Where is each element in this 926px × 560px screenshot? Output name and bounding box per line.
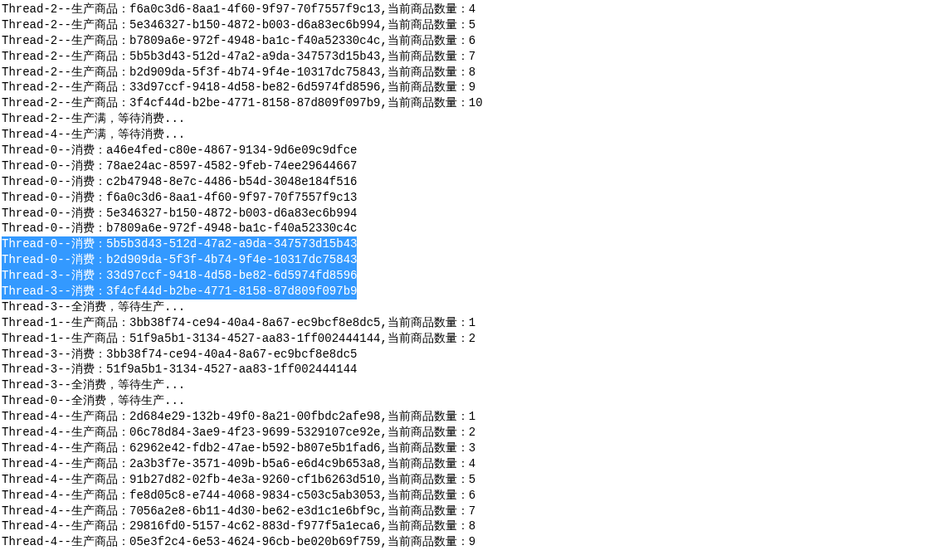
log-line[interactable]: Thread-0--消费：a46e4fed-c80e-4867-9134-9d6… bbox=[2, 143, 926, 158]
log-line[interactable]: Thread-4--生产商品：06c78d84-3ae9-4f23-9699-5… bbox=[2, 425, 926, 441]
log-line[interactable]: Thread-4--生产商品：2a3b3f7e-3571-409b-b5a6-e… bbox=[2, 456, 926, 472]
log-line[interactable]: Thread-2--生产商品：5b5b3d43-512d-47a2-a9da-3… bbox=[2, 49, 926, 65]
console-output[interactable]: Thread-2--生产商品：f6a0c3d6-8aa1-4f60-9f97-7… bbox=[0, 0, 926, 550]
log-line[interactable]: Thread-2--生产商品：5e346327-b150-4872-b003-d… bbox=[2, 17, 926, 33]
highlighted-text[interactable]: Thread-3--消费：3f4cf44d-b2be-4771-8158-87d… bbox=[2, 284, 357, 299]
log-line[interactable]: Thread-1--生产商品：51f9a5b1-3134-4527-aa83-1… bbox=[2, 331, 926, 347]
log-line[interactable]: Thread-2--生产商品：33d97ccf-9418-4d58-be82-6… bbox=[2, 80, 926, 95]
log-line[interactable]: Thread-4--生产商品：62962e42-fdb2-47ae-b592-b… bbox=[2, 441, 926, 456]
log-line[interactable]: Thread-3--消费：3f4cf44d-b2be-4771-8158-87d… bbox=[2, 284, 926, 299]
log-line[interactable]: Thread-2--生产满，等待消费... bbox=[2, 111, 926, 127]
highlighted-text[interactable]: Thread-3--消费：33d97ccf-9418-4d58-be82-6d5… bbox=[2, 268, 357, 284]
log-line[interactable]: Thread-0--消费：b7809a6e-972f-4948-ba1c-f40… bbox=[2, 221, 926, 236]
log-line[interactable]: Thread-4--生产满，等待消费... bbox=[2, 127, 926, 143]
log-line[interactable]: Thread-0--消费：f6a0c3d6-8aa1-4f60-9f97-70f… bbox=[2, 190, 926, 206]
log-line[interactable]: Thread-0--消费：b2d909da-5f3f-4b74-9f4e-103… bbox=[2, 252, 926, 268]
log-line[interactable]: Thread-1--生产商品：3bb38f74-ce94-40a4-8a67-e… bbox=[2, 315, 926, 331]
log-line[interactable]: Thread-3--全消费，等待生产... bbox=[2, 377, 926, 393]
log-line[interactable]: Thread-2--生产商品：3f4cf44d-b2be-4771-8158-8… bbox=[2, 95, 926, 111]
highlighted-text[interactable]: Thread-0--消费：b2d909da-5f3f-4b74-9f4e-103… bbox=[2, 252, 357, 268]
log-line[interactable]: Thread-0--消费：78ae24ac-8597-4582-9feb-74e… bbox=[2, 158, 926, 174]
log-line[interactable]: Thread-3--消费：51f9a5b1-3134-4527-aa83-1ff… bbox=[2, 362, 926, 377]
log-line[interactable]: Thread-4--生产商品：fe8d05c8-e744-4068-9834-c… bbox=[2, 488, 926, 504]
log-line[interactable]: Thread-0--消费：c2b47948-8e7c-4486-b54d-304… bbox=[2, 174, 926, 190]
log-line[interactable]: Thread-3--全消费，等待生产... bbox=[2, 299, 926, 315]
log-line[interactable]: Thread-3--消费：3bb38f74-ce94-40a4-8a67-ec9… bbox=[2, 347, 926, 363]
log-line[interactable]: Thread-2--生产商品：b7809a6e-972f-4948-ba1c-f… bbox=[2, 33, 926, 49]
log-line[interactable]: Thread-4--生产商品：91b27d82-02fb-4e3a-9260-c… bbox=[2, 472, 926, 488]
log-line[interactable]: Thread-4--生产商品：29816fd0-5157-4c62-883d-f… bbox=[2, 519, 926, 534]
log-line[interactable]: Thread-0--全消费，等待生产... bbox=[2, 393, 926, 409]
highlighted-text[interactable]: Thread-0--消费：5b5b3d43-512d-47a2-a9da-347… bbox=[2, 236, 357, 252]
log-line[interactable]: Thread-2--生产商品：f6a0c3d6-8aa1-4f60-9f97-7… bbox=[2, 2, 926, 17]
log-line[interactable]: Thread-0--消费：5b5b3d43-512d-47a2-a9da-347… bbox=[2, 236, 926, 252]
log-line[interactable]: Thread-4--生产商品：7056a2e8-6b11-4d30-be62-e… bbox=[2, 504, 926, 519]
log-line[interactable]: Thread-4--生产商品：05e3f2c4-6e53-4624-96cb-b… bbox=[2, 534, 926, 550]
log-line[interactable]: Thread-0--消费：5e346327-b150-4872-b003-d6a… bbox=[2, 206, 926, 222]
log-line[interactable]: Thread-2--生产商品：b2d909da-5f3f-4b74-9f4e-1… bbox=[2, 65, 926, 80]
log-line[interactable]: Thread-3--消费：33d97ccf-9418-4d58-be82-6d5… bbox=[2, 268, 926, 284]
log-line[interactable]: Thread-4--生产商品：2d684e29-132b-49f0-8a21-0… bbox=[2, 409, 926, 425]
